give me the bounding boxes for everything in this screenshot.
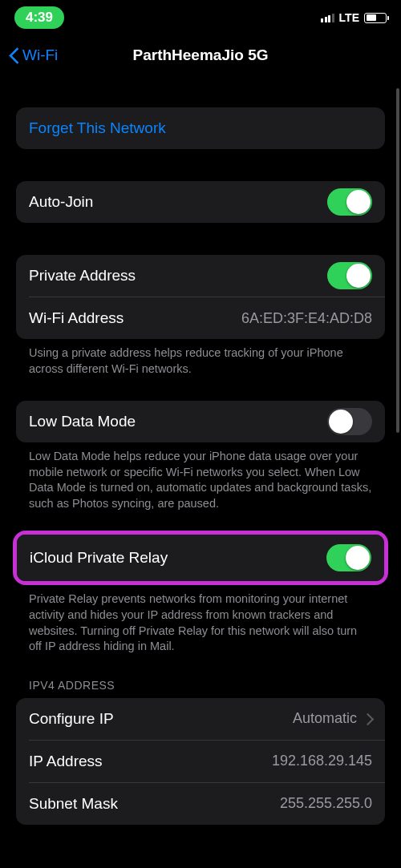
forget-label: Forget This Network [29, 119, 166, 137]
forget-group: Forget This Network [16, 107, 385, 149]
low-data-label: Low Data Mode [29, 413, 136, 430]
autojoin-label: Auto-Join [29, 193, 93, 211]
relay-row: iCloud Private Relay [17, 535, 384, 581]
relay-label: iCloud Private Relay [30, 549, 168, 567]
nav-bar: Wi-Fi ParthHeemaJio 5G [0, 35, 401, 75]
ip-address-row: IP Address 192.168.29.145 [16, 741, 385, 782]
private-address-label: Private Address [29, 267, 136, 285]
ipv4-group: Configure IP Automatic IP Address 192.16… [16, 698, 385, 825]
battery-icon [364, 13, 387, 23]
scrollbar[interactable] [396, 88, 399, 433]
relay-footer: Private Relay prevents networks from mon… [16, 585, 385, 654]
low-data-footer: Low Data Mode helps reduce your iPhone d… [16, 442, 385, 511]
low-data-row: Low Data Mode [16, 401, 385, 442]
configure-ip-value: Automatic [293, 710, 357, 727]
status-bar: 4:39 LTE [0, 0, 401, 35]
private-address-toggle[interactable] [327, 262, 372, 289]
private-address-footer: Using a private address helps reduce tra… [16, 339, 385, 377]
ipv4-header: IPV4 ADDRESS [16, 679, 385, 698]
page-title: ParthHeemaJio 5G [0, 46, 401, 64]
status-time: 4:39 [14, 6, 64, 29]
back-button[interactable]: Wi-Fi [8, 46, 58, 64]
signal-icon [321, 13, 334, 22]
subnet-mask-row: Subnet Mask 255.255.255.0 [16, 783, 385, 825]
status-right: LTE [321, 11, 387, 24]
ip-address-value: 192.168.29.145 [272, 753, 372, 769]
relay-highlight: iCloud Private Relay [13, 531, 388, 585]
wifi-address-label: Wi-Fi Address [29, 309, 124, 327]
chevron-left-icon [8, 46, 19, 64]
private-address-row: Private Address [16, 255, 385, 297]
configure-ip-label: Configure IP [29, 710, 114, 728]
subnet-mask-value: 255.255.255.0 [280, 795, 372, 812]
configure-ip-row[interactable]: Configure IP Automatic [16, 698, 385, 740]
network-type: LTE [339, 11, 359, 24]
low-data-group: Low Data Mode [16, 401, 385, 442]
relay-toggle[interactable] [326, 544, 371, 571]
chevron-right-icon [365, 713, 372, 725]
autojoin-group: Auto-Join [16, 181, 385, 223]
private-address-group: Private Address Wi-Fi Address 6A:ED:3F:E… [16, 255, 385, 339]
low-data-toggle[interactable] [327, 408, 372, 435]
forget-network-button[interactable]: Forget This Network [16, 107, 385, 149]
subnet-mask-label: Subnet Mask [29, 795, 118, 813]
back-label: Wi-Fi [22, 46, 58, 64]
relay-group: iCloud Private Relay [17, 535, 384, 581]
wifi-address-row: Wi-Fi Address 6A:ED:3F:E4:AD:D8 [16, 297, 385, 339]
wifi-address-value: 6A:ED:3F:E4:AD:D8 [241, 310, 372, 327]
autojoin-toggle[interactable] [327, 188, 372, 216]
autojoin-row: Auto-Join [16, 181, 385, 223]
ip-address-label: IP Address [29, 753, 103, 770]
